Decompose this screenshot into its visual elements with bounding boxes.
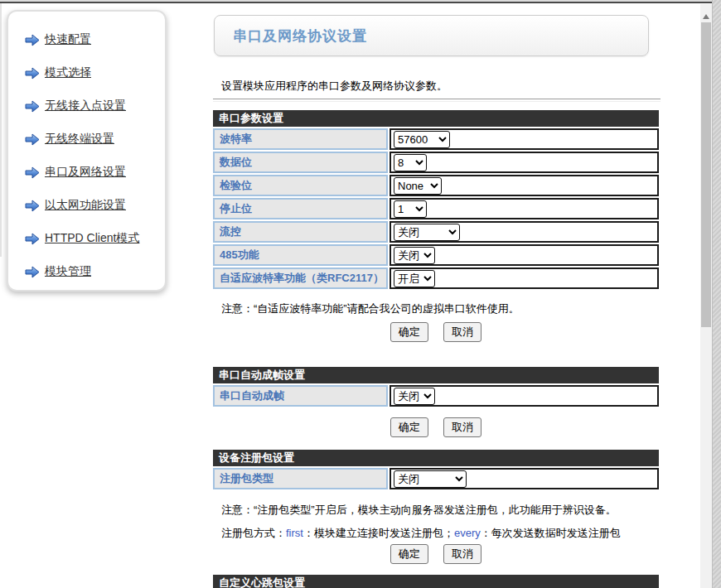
row-value-cell: 57600 [390,128,659,150]
flow-control-select[interactable]: 关闭 [394,224,460,241]
row-value-cell: 1 [390,198,659,219]
row-value-cell: 开启 [390,267,659,289]
sidebar-item-ethernet[interactable]: 以太网功能设置 [25,195,165,215]
baud-rate-select[interactable]: 57600 [394,131,450,148]
register-packet-table: 设备注册包设置 注册包类型 关闭 [213,450,659,489]
sidebar-item-mode-select[interactable]: 模式选择 [25,63,165,83]
table-row: 波特率 57600 [213,128,659,150]
sidebar: 快速配置 模式选择 无线接入点设置 无线终端设置 串口及网络设置 以太网功能设置… [7,10,167,292]
cancel-button[interactable]: 取消 [443,544,481,564]
arrow-right-icon [25,200,40,212]
table-row: 注册包类型 关闭 [213,468,659,489]
note-text: ：每次发送数据时发送注册包 [481,527,621,539]
framing-button-row: 确定 取消 [213,417,659,437]
sidebar-item-label[interactable]: HTTPD Client模式 [45,231,139,246]
auto-framing-select[interactable]: 关闭 [394,388,435,405]
table-row: 停止位 1 [213,198,659,219]
stop-bits-select[interactable]: 1 [394,200,427,218]
row-label: 流控 [213,221,388,243]
sidebar-item-quick-config[interactable]: 快速配置 [25,30,165,50]
table-row: 自适应波特率功能（类RFC2117） 开启 [213,267,659,289]
keyword-first: first [286,527,303,539]
row-label: 自适应波特率功能（类RFC2117） [213,267,388,289]
adaptive-baud-select[interactable]: 开启 [394,270,435,287]
table-row: 串口自动成帧 关闭 [213,385,659,407]
row-value-cell: None [390,175,659,196]
sidebar-item-label[interactable]: 无线接入点设置 [45,99,126,113]
ok-button[interactable]: 确定 [390,417,428,437]
sidebar-item-label[interactable]: 模块管理 [45,264,91,279]
divider [213,99,661,102]
sidebar-item-serial-network[interactable]: 串口及网络设置 [25,162,165,182]
rs485-function-select[interactable]: 关闭 [394,247,435,264]
table-header: 串口参数设置 [213,110,659,127]
cancel-button[interactable]: 取消 [443,322,481,342]
row-label: 检验位 [213,175,388,196]
ok-button[interactable]: 确定 [390,322,428,342]
keyword-every: every [454,527,481,539]
window-top-edge [0,0,721,4]
sidebar-item-wireless-ap[interactable]: 无线接入点设置 [25,96,165,116]
triangle-up-icon[interactable] [703,14,709,19]
arrow-right-icon [25,133,40,146]
arrow-right-icon [25,100,40,113]
row-label: 数据位 [213,152,388,173]
row-label: 串口自动成帧 [213,385,388,407]
sidebar-item-httpd-client[interactable]: HTTPD Client模式 [25,229,165,248]
table-row: 数据位 8 [213,152,659,173]
table-row: 检验位 None [213,175,659,196]
register-note-2: 注册包方式：first：模块建立连接时发送注册包；every：每次发送数据时发送… [221,526,621,541]
scrollbar[interactable] [700,4,712,588]
data-bits-select[interactable]: 8 [394,154,427,171]
table-header: 自定义心跳包设置 [213,575,659,588]
sidebar-item-label[interactable]: 快速配置 [45,32,91,47]
register-note-1: 注意：“注册包类型”开启后，模块主动向服务器发送注册包，此功能用于辨识设备。 [221,503,617,518]
row-label: 485功能 [213,244,388,266]
arrow-right-icon [25,166,40,179]
page-subtitle: 设置模块应用程序的串口参数及网络协议参数。 [221,79,448,94]
sidebar-item-label[interactable]: 串口及网络设置 [45,165,126,180]
row-value-cell: 关闭 [390,385,659,407]
register-packet-type-select[interactable]: 关闭 [394,470,467,488]
serial-button-row: 确定 取消 [213,322,659,342]
row-label: 波特率 [213,128,388,150]
serial-params-table: 串口参数设置 波特率 57600 数据位 8 检验位 None 停止位 1 [213,110,659,289]
sidebar-item-label[interactable]: 无线终端设置 [45,132,114,147]
sidebar-item-label[interactable]: 模式选择 [45,65,91,80]
table-header: 串口自动成帧设置 [213,367,659,383]
auto-framing-table: 串口自动成帧设置 串口自动成帧 关闭 [213,367,659,407]
row-label: 停止位 [213,198,388,219]
heartbeat-table: 自定义心跳包设置 [213,575,659,588]
arrow-right-icon [25,34,40,46]
page-title: 串口及网络协议设置 [233,27,367,46]
table-row: 流控 关闭 [213,221,659,243]
arrow-right-icon [25,67,40,80]
window-left-edge [0,3,2,257]
table-header: 设备注册包设置 [213,450,659,466]
row-value-cell: 关闭 [390,468,659,489]
serial-note: 注意：“自适应波特率功能”请配合我公司的虚拟串口软件使用。 [221,301,520,316]
register-button-row: 确定 取消 [213,544,659,564]
row-value-cell: 8 [390,152,659,173]
arrow-right-icon [25,266,40,278]
page-header: 串口及网络协议设置 [214,15,649,56]
window-background-pattern [712,0,721,588]
table-row: 485功能 关闭 [213,244,659,266]
note-text: 注册包方式： [221,527,286,539]
row-value-cell: 关闭 [390,244,659,266]
ok-button[interactable]: 确定 [390,544,428,564]
arrow-right-icon [25,233,40,245]
row-value-cell: 关闭 [390,221,659,243]
scrollbar-thumb[interactable] [701,22,711,327]
sidebar-item-wireless-sta[interactable]: 无线终端设置 [25,129,165,149]
row-label: 注册包类型 [213,468,388,489]
sidebar-item-module-admin[interactable]: 模块管理 [25,262,165,282]
sidebar-item-label[interactable]: 以太网功能设置 [45,198,126,213]
cancel-button[interactable]: 取消 [443,417,481,437]
note-text: ：模块建立连接时发送注册包； [303,527,454,539]
parity-select[interactable]: None [394,177,442,195]
